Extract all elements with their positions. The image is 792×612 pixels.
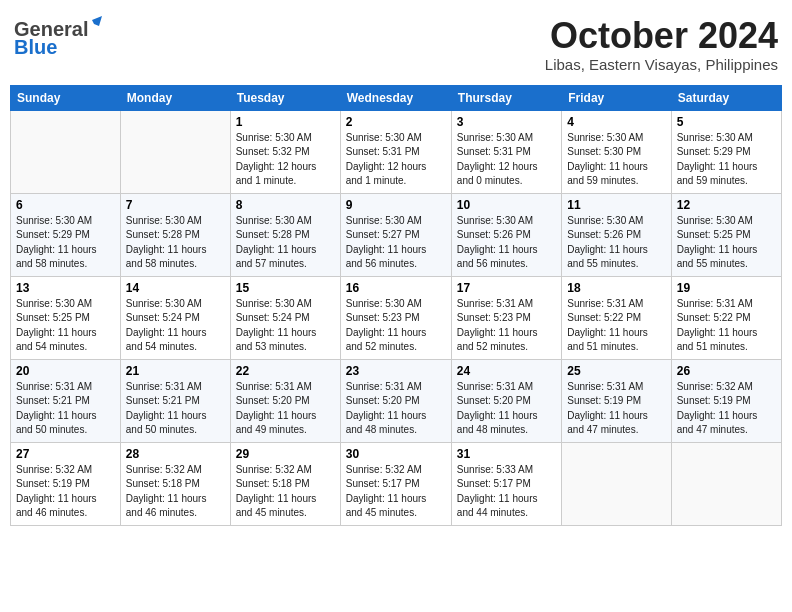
calendar-week-5: 27Sunrise: 5:32 AM Sunset: 5:19 PM Dayli… <box>11 442 782 525</box>
calendar-cell: 29Sunrise: 5:32 AM Sunset: 5:18 PM Dayli… <box>230 442 340 525</box>
day-number: 17 <box>457 281 556 295</box>
day-number: 4 <box>567 115 665 129</box>
calendar-cell: 26Sunrise: 5:32 AM Sunset: 5:19 PM Dayli… <box>671 359 781 442</box>
calendar-cell: 27Sunrise: 5:32 AM Sunset: 5:19 PM Dayli… <box>11 442 121 525</box>
day-number: 12 <box>677 198 776 212</box>
day-info: Sunrise: 5:30 AM Sunset: 5:26 PM Dayligh… <box>567 214 665 272</box>
day-number: 26 <box>677 364 776 378</box>
day-info: Sunrise: 5:31 AM Sunset: 5:20 PM Dayligh… <box>457 380 556 438</box>
day-number: 13 <box>16 281 115 295</box>
day-number: 8 <box>236 198 335 212</box>
calendar-cell: 17Sunrise: 5:31 AM Sunset: 5:23 PM Dayli… <box>451 276 561 359</box>
day-number: 27 <box>16 447 115 461</box>
day-number: 21 <box>126 364 225 378</box>
day-info: Sunrise: 5:30 AM Sunset: 5:26 PM Dayligh… <box>457 214 556 272</box>
day-info: Sunrise: 5:31 AM Sunset: 5:21 PM Dayligh… <box>126 380 225 438</box>
calendar-cell: 14Sunrise: 5:30 AM Sunset: 5:24 PM Dayli… <box>120 276 230 359</box>
day-info: Sunrise: 5:30 AM Sunset: 5:25 PM Dayligh… <box>16 297 115 355</box>
calendar-cell: 15Sunrise: 5:30 AM Sunset: 5:24 PM Dayli… <box>230 276 340 359</box>
col-friday: Friday <box>562 85 671 110</box>
day-info: Sunrise: 5:32 AM Sunset: 5:18 PM Dayligh… <box>126 463 225 521</box>
calendar-cell: 19Sunrise: 5:31 AM Sunset: 5:22 PM Dayli… <box>671 276 781 359</box>
calendar-cell: 16Sunrise: 5:30 AM Sunset: 5:23 PM Dayli… <box>340 276 451 359</box>
calendar-cell: 10Sunrise: 5:30 AM Sunset: 5:26 PM Dayli… <box>451 193 561 276</box>
day-info: Sunrise: 5:32 AM Sunset: 5:17 PM Dayligh… <box>346 463 446 521</box>
calendar-cell <box>671 442 781 525</box>
day-info: Sunrise: 5:31 AM Sunset: 5:20 PM Dayligh… <box>346 380 446 438</box>
day-number: 5 <box>677 115 776 129</box>
calendar-cell: 22Sunrise: 5:31 AM Sunset: 5:20 PM Dayli… <box>230 359 340 442</box>
day-number: 9 <box>346 198 446 212</box>
day-number: 11 <box>567 198 665 212</box>
page-header: GeneralBlue October 2024 Libas, Eastern … <box>10 10 782 79</box>
col-wednesday: Wednesday <box>340 85 451 110</box>
calendar-cell: 4Sunrise: 5:30 AM Sunset: 5:30 PM Daylig… <box>562 110 671 193</box>
day-info: Sunrise: 5:31 AM Sunset: 5:23 PM Dayligh… <box>457 297 556 355</box>
day-number: 3 <box>457 115 556 129</box>
calendar-cell <box>11 110 121 193</box>
calendar-cell: 9Sunrise: 5:30 AM Sunset: 5:27 PM Daylig… <box>340 193 451 276</box>
day-number: 10 <box>457 198 556 212</box>
calendar-cell: 8Sunrise: 5:30 AM Sunset: 5:28 PM Daylig… <box>230 193 340 276</box>
day-info: Sunrise: 5:30 AM Sunset: 5:31 PM Dayligh… <box>346 131 446 189</box>
day-info: Sunrise: 5:31 AM Sunset: 5:21 PM Dayligh… <box>16 380 115 438</box>
calendar-cell: 1Sunrise: 5:30 AM Sunset: 5:32 PM Daylig… <box>230 110 340 193</box>
month-title: October 2024 <box>545 16 778 56</box>
day-info: Sunrise: 5:30 AM Sunset: 5:24 PM Dayligh… <box>236 297 335 355</box>
day-info: Sunrise: 5:30 AM Sunset: 5:23 PM Dayligh… <box>346 297 446 355</box>
day-info: Sunrise: 5:30 AM Sunset: 5:29 PM Dayligh… <box>677 131 776 189</box>
calendar-cell: 13Sunrise: 5:30 AM Sunset: 5:25 PM Dayli… <box>11 276 121 359</box>
title-block: October 2024 Libas, Eastern Visayas, Phi… <box>545 16 778 73</box>
day-info: Sunrise: 5:30 AM Sunset: 5:28 PM Dayligh… <box>126 214 225 272</box>
col-monday: Monday <box>120 85 230 110</box>
calendar-header: Sunday Monday Tuesday Wednesday Thursday… <box>11 85 782 110</box>
day-info: Sunrise: 5:30 AM Sunset: 5:25 PM Dayligh… <box>677 214 776 272</box>
calendar-cell: 28Sunrise: 5:32 AM Sunset: 5:18 PM Dayli… <box>120 442 230 525</box>
calendar-cell: 11Sunrise: 5:30 AM Sunset: 5:26 PM Dayli… <box>562 193 671 276</box>
day-number: 25 <box>567 364 665 378</box>
calendar-cell: 12Sunrise: 5:30 AM Sunset: 5:25 PM Dayli… <box>671 193 781 276</box>
day-number: 7 <box>126 198 225 212</box>
day-info: Sunrise: 5:32 AM Sunset: 5:19 PM Dayligh… <box>16 463 115 521</box>
day-number: 31 <box>457 447 556 461</box>
calendar-cell: 3Sunrise: 5:30 AM Sunset: 5:31 PM Daylig… <box>451 110 561 193</box>
calendar-body: 1Sunrise: 5:30 AM Sunset: 5:32 PM Daylig… <box>11 110 782 525</box>
logo: GeneralBlue <box>14 16 104 60</box>
day-number: 15 <box>236 281 335 295</box>
day-number: 30 <box>346 447 446 461</box>
day-number: 14 <box>126 281 225 295</box>
calendar-cell: 7Sunrise: 5:30 AM Sunset: 5:28 PM Daylig… <box>120 193 230 276</box>
day-info: Sunrise: 5:30 AM Sunset: 5:31 PM Dayligh… <box>457 131 556 189</box>
calendar-week-2: 6Sunrise: 5:30 AM Sunset: 5:29 PM Daylig… <box>11 193 782 276</box>
day-number: 29 <box>236 447 335 461</box>
calendar-cell: 6Sunrise: 5:30 AM Sunset: 5:29 PM Daylig… <box>11 193 121 276</box>
calendar-cell: 21Sunrise: 5:31 AM Sunset: 5:21 PM Dayli… <box>120 359 230 442</box>
calendar-cell: 24Sunrise: 5:31 AM Sunset: 5:20 PM Dayli… <box>451 359 561 442</box>
day-info: Sunrise: 5:30 AM Sunset: 5:29 PM Dayligh… <box>16 214 115 272</box>
day-number: 16 <box>346 281 446 295</box>
calendar-cell: 18Sunrise: 5:31 AM Sunset: 5:22 PM Dayli… <box>562 276 671 359</box>
day-number: 18 <box>567 281 665 295</box>
calendar-table: Sunday Monday Tuesday Wednesday Thursday… <box>10 85 782 526</box>
day-info: Sunrise: 5:30 AM Sunset: 5:24 PM Dayligh… <box>126 297 225 355</box>
day-info: Sunrise: 5:31 AM Sunset: 5:19 PM Dayligh… <box>567 380 665 438</box>
col-tuesday: Tuesday <box>230 85 340 110</box>
calendar-cell: 25Sunrise: 5:31 AM Sunset: 5:19 PM Dayli… <box>562 359 671 442</box>
day-info: Sunrise: 5:30 AM Sunset: 5:28 PM Dayligh… <box>236 214 335 272</box>
calendar-cell: 31Sunrise: 5:33 AM Sunset: 5:17 PM Dayli… <box>451 442 561 525</box>
logo-svg: GeneralBlue <box>14 16 104 60</box>
calendar-cell: 2Sunrise: 5:30 AM Sunset: 5:31 PM Daylig… <box>340 110 451 193</box>
day-info: Sunrise: 5:30 AM Sunset: 5:27 PM Dayligh… <box>346 214 446 272</box>
calendar-week-1: 1Sunrise: 5:30 AM Sunset: 5:32 PM Daylig… <box>11 110 782 193</box>
svg-marker-2 <box>92 16 102 26</box>
day-info: Sunrise: 5:30 AM Sunset: 5:32 PM Dayligh… <box>236 131 335 189</box>
day-info: Sunrise: 5:31 AM Sunset: 5:20 PM Dayligh… <box>236 380 335 438</box>
location-title: Libas, Eastern Visayas, Philippines <box>545 56 778 73</box>
svg-text:Blue: Blue <box>14 36 57 58</box>
day-info: Sunrise: 5:31 AM Sunset: 5:22 PM Dayligh… <box>567 297 665 355</box>
calendar-week-4: 20Sunrise: 5:31 AM Sunset: 5:21 PM Dayli… <box>11 359 782 442</box>
day-number: 28 <box>126 447 225 461</box>
day-number: 6 <box>16 198 115 212</box>
calendar-cell <box>120 110 230 193</box>
calendar-week-3: 13Sunrise: 5:30 AM Sunset: 5:25 PM Dayli… <box>11 276 782 359</box>
